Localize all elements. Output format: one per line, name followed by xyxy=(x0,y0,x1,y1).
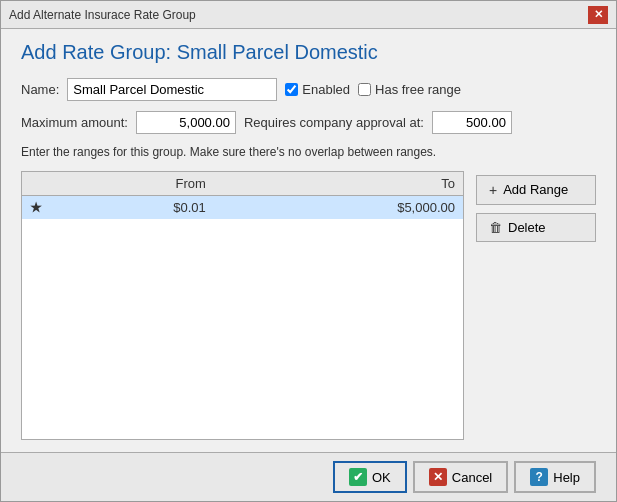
page-title: Add Rate Group: Small Parcel Domestic xyxy=(21,41,596,64)
free-range-checkbox[interactable] xyxy=(358,83,371,96)
help-button[interactable]: ? Help xyxy=(514,461,596,493)
table-header-row: From To xyxy=(22,172,463,196)
delete-label: Delete xyxy=(508,220,546,235)
max-amount-row: Maximum amount: Requires company approva… xyxy=(21,111,596,134)
instructions-text: Enter the ranges for this group. Make su… xyxy=(21,144,596,161)
name-row: Name: Enabled Has free range xyxy=(21,78,596,101)
plus-icon: + xyxy=(489,182,497,198)
max-amount-label: Maximum amount: xyxy=(21,115,128,130)
approval-label: Requires company approval at: xyxy=(244,115,424,130)
close-button[interactable]: ✕ xyxy=(588,6,608,24)
row-marker: ★ xyxy=(22,195,50,219)
add-range-label: Add Range xyxy=(503,182,568,197)
name-input[interactable] xyxy=(67,78,277,101)
max-amount-input[interactable] xyxy=(136,111,236,134)
help-label: Help xyxy=(553,470,580,485)
title-bar-text: Add Alternate Insurace Rate Group xyxy=(9,8,196,22)
approval-input[interactable] xyxy=(432,111,512,134)
ok-icon: ✔ xyxy=(349,468,367,486)
col-to: To xyxy=(214,172,463,196)
add-range-button[interactable]: + Add Range xyxy=(476,175,596,205)
free-range-label[interactable]: Has free range xyxy=(375,82,461,97)
ok-label: OK xyxy=(372,470,391,485)
ranges-table: From To ★ $0.01 $5,000.00 xyxy=(22,172,463,219)
col-marker xyxy=(22,172,50,196)
dialog-footer: ✔ OK ✕ Cancel ? Help xyxy=(1,452,616,501)
row-to: $5,000.00 xyxy=(214,195,463,219)
help-icon: ? xyxy=(530,468,548,486)
trash-icon: 🗑 xyxy=(489,220,502,235)
cancel-button[interactable]: ✕ Cancel xyxy=(413,461,508,493)
col-from: From xyxy=(50,172,214,196)
row-from: $0.01 xyxy=(50,195,214,219)
cancel-label: Cancel xyxy=(452,470,492,485)
cancel-icon: ✕ xyxy=(429,468,447,486)
dialog: Add Alternate Insurace Rate Group ✕ Add … xyxy=(0,0,617,502)
actions-column: + Add Range 🗑 Delete xyxy=(476,171,596,440)
table-row[interactable]: ★ $0.01 $5,000.00 xyxy=(22,195,463,219)
delete-button[interactable]: 🗑 Delete xyxy=(476,213,596,242)
enabled-group: Enabled xyxy=(285,82,350,97)
dialog-content: Add Rate Group: Small Parcel Domestic Na… xyxy=(1,29,616,452)
ok-button[interactable]: ✔ OK xyxy=(333,461,407,493)
enabled-label[interactable]: Enabled xyxy=(302,82,350,97)
enabled-checkbox[interactable] xyxy=(285,83,298,96)
name-label: Name: xyxy=(21,82,59,97)
free-range-group: Has free range xyxy=(358,82,461,97)
title-bar: Add Alternate Insurace Rate Group ✕ xyxy=(1,1,616,29)
ranges-table-wrapper: From To ★ $0.01 $5,000.00 xyxy=(21,171,464,440)
table-actions-row: From To ★ $0.01 $5,000.00 + Add Range 🗑 xyxy=(21,171,596,440)
